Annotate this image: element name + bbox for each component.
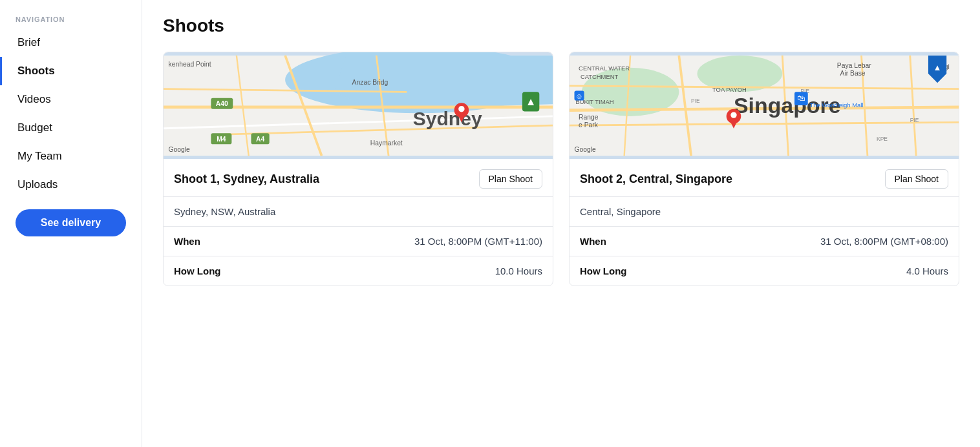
sidebar-item-label: Budget [17,121,52,134]
howlong-value-1: 10.0 Hours [495,265,542,276]
shoot-location-2: Central, Singapore [570,197,959,227]
svg-text:TOA PAYOH: TOA PAYOH [712,86,747,93]
sidebar-item-budget[interactable]: Budget [0,114,142,142]
page-title: Shoots [163,16,959,36]
sidebar-item-myteam[interactable]: My Team [0,142,142,171]
sidebar-item-label: Uploads [17,178,58,191]
nav-label: NAVIGATION [0,10,142,28]
svg-text:Sydney: Sydney [413,108,482,129]
shoot-map-2: Singapore CENTRAL WATER CATCHMENT BUKIT … [570,52,959,159]
shoot-map-1: Sydney A40 M4 A4 Anzac Bridg Haymarket k… [164,52,553,159]
svg-text:PIE: PIE [910,117,919,123]
shoot-title-2: Shoot 2, Central, Singapore [580,172,732,186]
sidebar-item-videos[interactable]: Videos [0,85,142,114]
svg-text:A40: A40 [216,100,228,107]
sidebar-item-shoots[interactable]: Shoots [0,57,142,85]
shoot-when-row-2: When 31 Oct, 8:00PM (GMT+08:00) [570,227,959,256]
sidebar-item-label: My Team [17,150,62,163]
svg-text:CATCHMENT: CATCHMENT [581,73,619,80]
shoot-header-1: Shoot 1, Sydney, Australia Plan Shoot [164,159,553,197]
sidebar-item-label: Videos [17,93,51,106]
plan-shoot-button-2[interactable]: Plan Shoot [885,169,949,189]
shoot-when-row-1: When 31 Oct, 8:00PM (GMT+11:00) [164,227,553,256]
see-delivery-button[interactable]: See delivery [16,209,126,236]
shoot-card-1: Sydney A40 M4 A4 Anzac Bridg Haymarket k… [163,52,553,286]
svg-text:Range: Range [579,114,599,121]
svg-text:M4: M4 [217,136,226,143]
howlong-label-2: How Long [580,265,626,276]
svg-text:▲: ▲ [526,96,537,108]
when-label-2: When [580,236,606,247]
shoot-howlong-row-2: How Long 4.0 Hours [570,256,959,286]
sidebar-item-brief[interactable]: Brief [0,28,142,57]
svg-text:▲: ▲ [933,63,942,72]
sidebar-item-label: Brief [17,36,40,49]
shoot-card-2: Singapore CENTRAL WATER CATCHMENT BUKIT … [569,52,959,286]
shoots-grid: Sydney A40 M4 A4 Anzac Bridg Haymarket k… [163,52,959,286]
howlong-label-1: How Long [174,265,220,276]
when-value-2: 31 Oct, 8:00PM (GMT+08:00) [820,236,948,247]
svg-text:e Park: e Park [579,121,599,129]
shoot-location-1: Sydney, NSW, Australia [164,197,553,227]
howlong-value-2: 4.0 Hours [906,265,948,276]
svg-text:Anzac Bridg: Anzac Bridg [352,79,389,86]
shoot-howlong-row-1: How Long 10.0 Hours [164,256,553,286]
svg-text:PIE: PIE [691,98,700,104]
sidebar: NAVIGATION Brief Shoots Videos Budget My… [0,0,142,447]
shoot-header-2: Shoot 2, Central, Singapore Plan Shoot [570,159,959,197]
map-svg-sydney: Sydney A40 M4 A4 Anzac Bridg Haymarket k… [164,52,553,159]
svg-text:Air Base: Air Base [840,70,866,77]
svg-text:Google: Google [169,146,191,153]
svg-text:◎: ◎ [577,92,582,99]
svg-point-24 [458,106,464,112]
svg-text:A4: A4 [256,136,264,143]
svg-text:CENTRAL WATER: CENTRAL WATER [579,65,630,72]
svg-point-60 [730,112,736,118]
shoot-title-1: Shoot 1, Sydney, Australia [174,172,319,186]
sidebar-item-uploads[interactable]: Uploads [0,171,142,199]
when-label-1: When [174,236,200,247]
when-value-1: 31 Oct, 8:00PM (GMT+11:00) [414,236,542,247]
svg-text:Google: Google [575,146,597,153]
svg-text:Paya Lebar: Paya Lebar [837,62,871,69]
svg-text:🛍: 🛍 [797,94,805,103]
plan-shoot-button-1[interactable]: Plan Shoot [479,169,543,189]
svg-text:Haymarket: Haymarket [370,140,403,147]
map-svg-singapore: Singapore CENTRAL WATER CATCHMENT BUKIT … [570,52,959,159]
svg-text:KPE: KPE [877,136,888,142]
svg-text:kenhead Point: kenhead Point [169,61,211,68]
sidebar-item-label: Shoots [17,65,55,78]
main-content: Shoots [142,0,980,447]
svg-text:The Woodleigh Mall: The Woodleigh Mall [810,101,864,109]
